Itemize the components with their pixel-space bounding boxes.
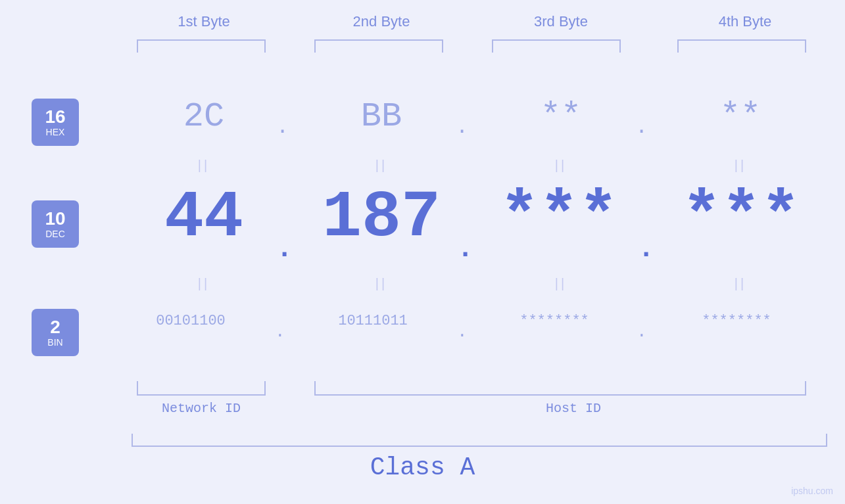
equals-hex-dec-3: ||	[492, 158, 630, 173]
hex-value-byte1: 2C	[135, 97, 273, 136]
byte2-header: 2nd Byte	[312, 13, 450, 30]
hex-value-byte4: **	[676, 97, 805, 136]
hex-base-number: 16	[45, 107, 65, 127]
hex-dot-2: .	[456, 115, 468, 139]
bin-value-byte2: 10111011	[291, 313, 455, 329]
bin-base-label: BIN	[47, 337, 62, 348]
network-id-label: Network ID	[137, 401, 266, 416]
dec-value-byte2: 187	[293, 181, 470, 255]
hex-badge: 16 HEX	[32, 99, 79, 146]
equals-hex-dec-1: ||	[135, 158, 273, 173]
dec-dot-1: .	[276, 233, 293, 265]
hex-base-label: HEX	[46, 127, 65, 137]
bin-base-number: 2	[50, 317, 60, 338]
bin-badge: 2 BIN	[32, 309, 79, 356]
byte1-header: 1st Byte	[135, 13, 273, 30]
host-id-bracket	[314, 381, 806, 396]
host-id-label: Host ID	[327, 401, 819, 416]
bin-value-byte3: ********	[472, 313, 637, 329]
dec-dot-3: .	[638, 233, 654, 265]
network-id-bracket	[137, 381, 266, 396]
hex-dot-1: .	[276, 115, 289, 139]
dec-value-byte3: ***	[470, 181, 648, 255]
dec-badge: 10 DEC	[32, 200, 79, 248]
equals-dec-bin-1: ||	[135, 276, 273, 291]
top-bracket-1	[137, 39, 266, 53]
equals-dec-bin-2: ||	[312, 276, 450, 291]
equals-hex-dec-2: ||	[312, 158, 450, 173]
dec-value-byte1: 44	[115, 181, 293, 255]
dec-value-byte4: ***	[656, 181, 826, 255]
hex-dot-3: .	[635, 115, 648, 139]
watermark: ipshu.com	[791, 486, 833, 496]
bin-dot-1: .	[275, 322, 285, 342]
equals-dec-bin-3: ||	[492, 276, 630, 291]
equals-dec-bin-4: ||	[676, 276, 805, 291]
top-bracket-2	[314, 39, 443, 53]
byte3-header: 3rd Byte	[492, 13, 630, 30]
byte4-header: 4th Byte	[676, 13, 814, 30]
main-layout: 1st Byte 2nd Byte 3rd Byte 4th Byte 16 H…	[0, 0, 845, 504]
class-label: Class A	[263, 453, 582, 482]
bin-dot-2: .	[457, 322, 468, 342]
class-bracket	[132, 434, 827, 447]
dec-base-label: DEC	[45, 229, 65, 239]
top-bracket-4	[677, 39, 806, 53]
hex-value-byte2: BB	[312, 97, 450, 136]
bin-value-byte1: 00101100	[109, 313, 273, 329]
top-bracket-3	[492, 39, 621, 53]
bin-value-byte4: ********	[651, 313, 822, 329]
dec-base-number: 10	[45, 209, 65, 229]
hex-value-byte3: **	[492, 97, 630, 136]
equals-hex-dec-4: ||	[676, 158, 805, 173]
bin-dot-3: .	[637, 322, 647, 342]
